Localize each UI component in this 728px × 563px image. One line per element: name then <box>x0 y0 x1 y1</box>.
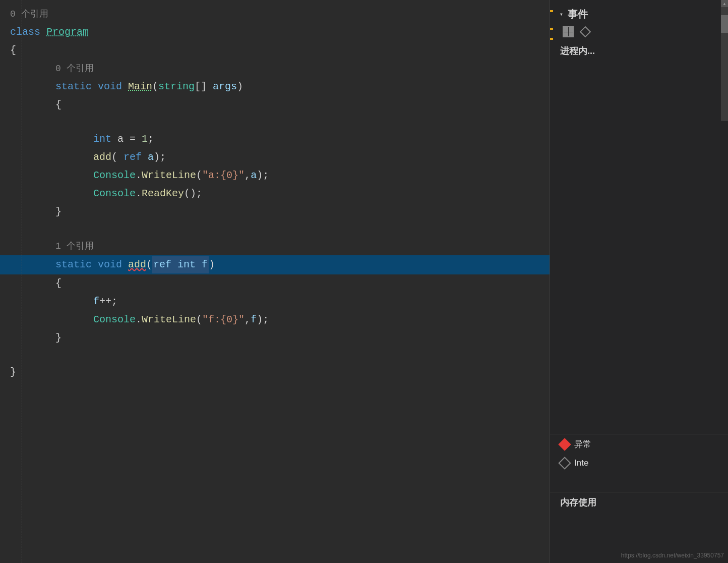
panel-left-bar <box>550 0 553 121</box>
code-line: 0 个引用 <box>0 60 550 78</box>
code-line: { <box>0 41 550 60</box>
scrollbar-track[interactable] <box>721 0 728 121</box>
code-line: { <box>0 274 550 293</box>
keyword-token: static <box>55 257 98 273</box>
exception-label-1: 异常 <box>574 438 591 450</box>
scrollbar-thumb[interactable] <box>721 15 728 33</box>
scroll-up-button[interactable]: ▲ <box>721 0 728 7</box>
code-line: 0 个引用 <box>0 5 550 23</box>
right-panel: ▲ ▼ 事件 进程内... C:\Users\911512 <box>550 0 728 563</box>
events-section-header: ▼ 事件 <box>550 0 728 24</box>
keyword-token: class <box>10 24 46 40</box>
keyword-token: static <box>55 79 98 95</box>
code-line <box>0 347 550 363</box>
class-token: Console <box>93 312 136 328</box>
method-name: add <box>128 257 146 273</box>
exception-filled-icon <box>558 438 571 451</box>
panel-top: ▲ ▼ 事件 进程内... <box>550 0 728 121</box>
memory-title: 内存使用 <box>560 497 596 508</box>
orange-accent-2 <box>550 28 553 30</box>
code-line: class Program <box>0 23 550 41</box>
exception-label-2: Inte <box>574 458 588 468</box>
diamond-icon <box>580 26 591 38</box>
keyword-token: int <box>93 131 111 147</box>
code-line: add( ref a); <box>0 148 550 166</box>
keyword-token: ref <box>124 149 142 165</box>
var-token: a <box>251 167 257 184</box>
exception-item-1: 异常 <box>550 434 728 454</box>
chevron-up-icon: ▲ <box>723 2 726 6</box>
class-token: Console <box>93 167 136 184</box>
events-title: 事件 <box>568 8 588 21</box>
var-token: a <box>148 149 154 165</box>
brace: } <box>55 330 62 346</box>
code-line: } <box>0 329 550 347</box>
string-token: "a: <box>202 167 220 184</box>
code-line: f++; <box>0 293 550 311</box>
method-call: WriteLine <box>142 312 196 328</box>
brace: } <box>55 204 62 220</box>
brace: { <box>10 42 16 59</box>
code-line: { <box>0 96 550 114</box>
exception-section: 异常 Inte <box>550 434 728 472</box>
number-token: 1 <box>142 131 148 147</box>
method-call: ReadKey <box>142 186 184 202</box>
keyword-token: void <box>98 257 128 273</box>
collapse-icon: ▼ <box>560 12 563 17</box>
memory-section: 内存使用 <box>550 492 728 513</box>
brace: { <box>55 275 62 292</box>
class-name: Program <box>46 24 89 40</box>
exception-outline-icon <box>558 457 571 469</box>
var-token: f <box>251 312 257 328</box>
method-call: WriteLine <box>142 167 196 184</box>
code-line: } <box>0 363 550 381</box>
code-line <box>0 221 550 237</box>
method-name: Main <box>128 79 152 95</box>
grid-icon <box>563 26 574 37</box>
orange-accent-3 <box>550 38 553 40</box>
code-line: 1 个引用 <box>0 237 550 255</box>
code-line: Console.ReadKey(); <box>0 185 550 203</box>
code-line: Console.WriteLine("a:{0}",a); <box>0 166 550 185</box>
code-editor[interactable]: 0 个引用 class Program { 0 个引用 static void … <box>0 0 550 563</box>
string-token: "f: <box>202 312 220 328</box>
code-line: } <box>0 203 550 221</box>
process-title: 进程内... <box>560 45 595 57</box>
reference-count: 0 个引用 <box>10 6 48 22</box>
highlighted-code-line: static void add(ref int f) <box>0 255 550 274</box>
event-icons-row <box>550 24 728 40</box>
var-token: f <box>93 294 99 310</box>
param: args <box>213 79 237 95</box>
keyword-token: void <box>98 79 128 95</box>
process-section-header: 进程内... <box>550 40 728 60</box>
brace: } <box>10 364 16 380</box>
paren: ( <box>152 79 158 95</box>
code-line: static void Main(string[] args) <box>0 78 550 96</box>
type-token: string <box>158 79 195 95</box>
indent-guide <box>22 0 22 563</box>
code-line: Console.WriteLine("f:{0}",f); <box>0 311 550 329</box>
watermark: https://blog.csdn.net/weixin_33950757 <box>621 552 724 559</box>
code-line <box>0 114 550 130</box>
ref-highlight: ref int f <box>152 256 209 273</box>
reference-count: 0 个引用 <box>55 61 94 77</box>
brace: { <box>55 97 62 113</box>
orange-accent-1 <box>550 10 553 12</box>
exception-item-2: Inte <box>550 454 728 472</box>
method-call: add <box>93 149 111 165</box>
code-line: int a = 1; <box>0 130 550 148</box>
reference-count: 1 个引用 <box>55 238 94 254</box>
class-token: Console <box>93 186 136 202</box>
